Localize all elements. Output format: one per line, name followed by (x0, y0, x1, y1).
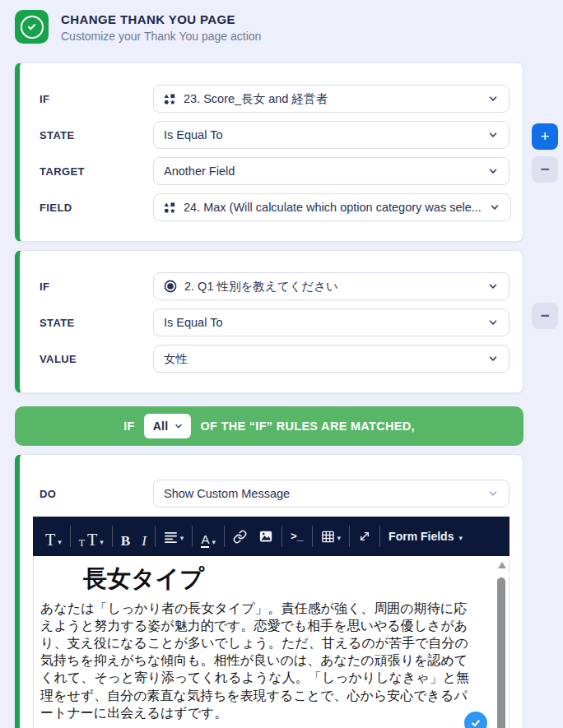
rule1-if-value: 23. Score_長女 and 経営者 (184, 91, 480, 107)
rule2-state-select[interactable]: Is Equal To (153, 308, 509, 336)
rule1-target-select[interactable]: Another Field (153, 157, 509, 185)
expand-icon (358, 530, 371, 543)
change-thank-you-page-panel: CHANGE THANK YOU PAGE Customize your Tha… (0, 0, 563, 728)
chevron-down-icon (458, 530, 463, 543)
editor-scrollbar[interactable] (495, 556, 509, 728)
chevron-down-icon (174, 421, 184, 431)
page-header: CHANGE THANK YOU PAGE Customize your Tha… (0, 0, 563, 44)
toolbar-divider (349, 526, 350, 547)
thank-you-page-icon (15, 10, 49, 44)
font-size-large-letter: T (87, 531, 97, 548)
if-label: IF (40, 93, 153, 105)
italic-button[interactable]: I (136, 522, 152, 552)
page-subtitle: Customize your Thank You page action (61, 30, 261, 43)
table-button[interactable] (315, 523, 347, 549)
check-icon (470, 717, 482, 728)
chevron-down-icon (212, 533, 216, 548)
chevron-down-icon (487, 165, 499, 177)
toolbar-divider (70, 526, 71, 547)
table-icon (321, 530, 335, 544)
do-card: DO Show Custom Message T T T (15, 454, 523, 728)
code-button[interactable]: >_ (285, 523, 309, 549)
calculated-field-icon (164, 93, 176, 105)
scrollbar-thumb[interactable] (497, 577, 505, 728)
chevron-down-icon (487, 93, 499, 104)
toolbar-divider (155, 526, 156, 547)
remove-rule-2-button[interactable]: − (532, 303, 558, 329)
rule1-state-select[interactable]: Is Equal To (153, 121, 509, 149)
rule2-if-select[interactable]: 2. Q1 性別を教えてください (153, 272, 509, 300)
remove-rule-1-button[interactable]: − (532, 156, 558, 183)
toolbar-divider (379, 526, 380, 547)
font-size-button[interactable]: T T (73, 522, 109, 552)
rule-card-2: IF 2. Q1 性別を教えてください STATE Is Equal To (15, 250, 523, 393)
radio-selected-icon (164, 280, 177, 293)
image-button[interactable] (253, 523, 279, 549)
color-letter: A (201, 533, 209, 548)
rule2-state-value: Is Equal To (164, 316, 480, 329)
toolbar-divider (224, 526, 225, 547)
text-color-button[interactable]: A (195, 522, 221, 552)
text-style-button[interactable]: T (40, 522, 67, 552)
rule-card-1: IF 23. Score_長女 and 経営者 (15, 63, 523, 242)
chevron-down-icon (58, 533, 62, 548)
do-action-select[interactable]: Show Custom Message (153, 480, 509, 508)
expand-button[interactable] (352, 523, 377, 549)
match-mode-select[interactable]: All (144, 414, 192, 438)
chevron-down-icon (487, 129, 499, 141)
chevron-down-icon (487, 488, 499, 499)
rule2-value-select[interactable]: 女性 (153, 345, 509, 373)
chevron-down-icon (180, 529, 184, 544)
toolbar-divider (312, 526, 313, 547)
link-icon (233, 530, 247, 544)
chevron-down-icon (487, 317, 499, 328)
rule1-field-select[interactable]: 24. Max (Will calculate which option cat… (153, 193, 511, 221)
editor-heading: 長女タイプ (40, 563, 471, 596)
chevron-down-icon (487, 353, 499, 364)
page-title: CHANGE THANK YOU PAGE (61, 12, 261, 26)
banner-if-text: IF (123, 420, 135, 433)
chevron-down-icon (489, 202, 500, 213)
state-label: STATE (40, 129, 153, 141)
match-rules-banner: IF All OF THE “IF” RULES ARE MATCHED, (15, 406, 523, 446)
editor-toolbar: T T T B I (33, 517, 509, 556)
target-label: TARGET (40, 165, 153, 178)
bold-button[interactable]: B (115, 522, 136, 552)
do-row: DO Show Custom Message (33, 480, 509, 508)
form-fields-button[interactable]: Form Fields (383, 523, 468, 549)
rule1-field-row: FIELD 24. Max (Will calculate which opti… (40, 193, 509, 221)
rule2-value-value: 女性 (164, 351, 480, 367)
font-size-small-letter: T (79, 538, 85, 548)
form-fields-label: Form Fields (389, 530, 454, 543)
rule1-field-value: 24. Max (Will calculate which option cat… (184, 201, 482, 214)
chevron-down-icon (487, 281, 499, 292)
rule2-value-row: VALUE 女性 (40, 345, 509, 373)
editor-body-text: あなたは「しっかり者の長女タイプ」。責任感が強く、周囲の期待に応えようと努力する… (40, 600, 471, 721)
image-icon (258, 529, 273, 544)
saved-check-button[interactable] (464, 712, 487, 728)
italic-letter: I (142, 534, 147, 548)
add-rule-button[interactable]: + (532, 123, 558, 150)
custom-message-editor[interactable]: 長女タイプ あなたは「しっかり者の長女タイプ」。責任感が強く、周囲の期待に応えよ… (33, 556, 509, 728)
rule1-if-select[interactable]: 23. Score_長女 and 経営者 (153, 85, 509, 113)
chevron-down-icon (337, 529, 342, 544)
do-action-value: Show Custom Message (164, 487, 480, 500)
do-label: DO (40, 488, 153, 500)
toolbar-divider (192, 526, 193, 547)
rule1-state-value: Is Equal To (164, 128, 480, 141)
rule2-state-row: STATE Is Equal To (40, 308, 509, 336)
text-style-letter: T (45, 531, 55, 548)
toolbar-divider (112, 526, 113, 547)
value-label: VALUE (40, 353, 153, 365)
calculated-field-icon (164, 202, 176, 214)
bold-letter: B (121, 534, 130, 548)
rule1-target-row: TARGET Another Field (40, 157, 509, 185)
rule1-target-value: Another Field (164, 165, 480, 178)
toolbar-divider (282, 526, 282, 547)
link-button[interactable] (227, 523, 253, 549)
field-label: FIELD (40, 202, 153, 214)
align-left-icon (164, 530, 178, 544)
state-label: STATE (40, 317, 153, 329)
scroll-up-arrow-icon[interactable] (498, 562, 506, 568)
align-button[interactable] (158, 523, 190, 549)
